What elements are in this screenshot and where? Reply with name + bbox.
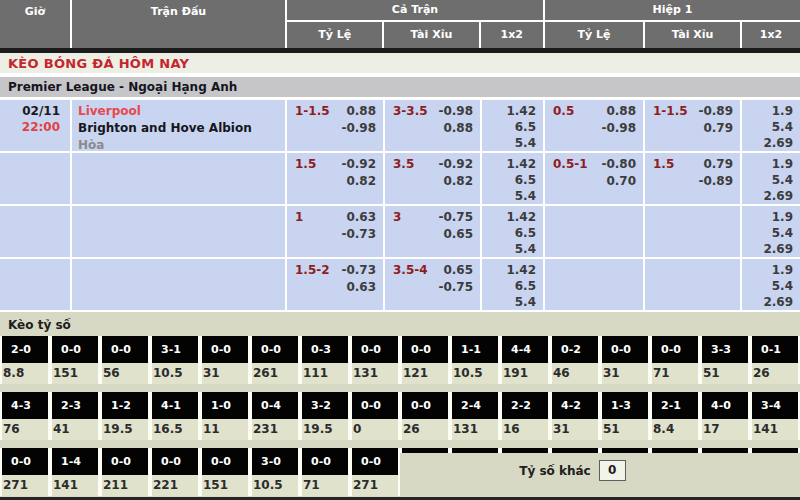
- other-score-value[interactable]: 0: [599, 460, 626, 481]
- score-cell[interactable]: 0-3 111: [300, 336, 350, 384]
- h1-1x2-odd-3[interactable]: 2.69: [742, 241, 793, 257]
- h1-overunder-odd-bottom[interactable]: -0.89: [698, 173, 733, 190]
- ft-overunder-odd-top[interactable]: -0.92: [438, 156, 473, 173]
- ft-handicap-odd-top[interactable]: 0.88: [346, 103, 376, 120]
- score-cell[interactable]: 0-0 151: [50, 336, 100, 384]
- ft-overunder-odd-top[interactable]: 0.65: [443, 262, 473, 279]
- score-cell[interactable]: 0-0 0: [350, 392, 400, 440]
- score-cell[interactable]: 2-2 16: [500, 392, 550, 440]
- ft-overunder-line: 3-3.5: [393, 103, 428, 120]
- score-cell[interactable]: 3-3 51: [700, 336, 750, 384]
- score-cell[interactable]: 0-0 131: [350, 336, 400, 384]
- score-cell[interactable]: 3-4 141: [750, 392, 800, 440]
- score-cell[interactable]: 1-3 51: [600, 392, 650, 440]
- ft-1x2-odd-3[interactable]: 5.4: [482, 135, 536, 151]
- ft-1x2-odd-3[interactable]: 5.4: [482, 241, 536, 257]
- ft-1x2-odd-3[interactable]: 5.4: [482, 188, 536, 204]
- h1-1x2-odd-2[interactable]: 5.4: [742, 119, 793, 135]
- score-cell[interactable]: 0-0 31: [600, 336, 650, 384]
- ft-1x2-odd-1[interactable]: 1.42: [482, 209, 536, 225]
- score-cell[interactable]: 0-0 221: [150, 448, 200, 496]
- score-cell[interactable]: 2-3 41: [50, 392, 100, 440]
- ft-1x2-odd-1[interactable]: 1.42: [482, 262, 536, 278]
- h1-overunder-odd-bottom[interactable]: 0.79: [703, 120, 733, 137]
- h1-1x2-odd-2[interactable]: 5.4: [742, 225, 793, 241]
- score-cell[interactable]: 1-0 11: [200, 392, 250, 440]
- score-cell[interactable]: 0-0 271: [0, 448, 50, 496]
- ft-1x2-odd-2[interactable]: 6.5: [482, 278, 536, 294]
- score-cell[interactable]: 4-0 17: [700, 392, 750, 440]
- ft-1x2-odd-2[interactable]: 6.5: [482, 225, 536, 241]
- ft-1x2-odd-1[interactable]: 1.42: [482, 103, 536, 119]
- score-cell[interactable]: 1-2 19.5: [100, 392, 150, 440]
- ft-overunder-odd-bottom[interactable]: 0.65: [443, 226, 473, 243]
- ft-overunder-odd-bottom[interactable]: 0.88: [443, 120, 473, 137]
- score-cell[interactable]: 0-0 71: [300, 448, 350, 496]
- ft-handicap-odd-top[interactable]: 0.63: [346, 209, 376, 226]
- score-cell[interactable]: 2-0 8.8: [0, 336, 50, 384]
- score-cell[interactable]: 0-0 31: [200, 336, 250, 384]
- score-cell[interactable]: 0-0 121: [400, 336, 450, 384]
- h1-1x2-odd-2[interactable]: 5.4: [742, 172, 793, 188]
- h1-overunder-odd-top[interactable]: -0.89: [698, 103, 733, 120]
- score-box: 0-0: [352, 448, 398, 475]
- score-cell[interactable]: 2-1 8.4: [650, 392, 700, 440]
- h1-1x2-odd-1[interactable]: 1.9: [742, 156, 793, 172]
- page-title: KÈO BÓNG ĐÁ HÔM NAY: [0, 53, 800, 73]
- ft-overunder-odd-top[interactable]: -0.75: [438, 209, 473, 226]
- score-cell[interactable]: 0-0 26: [400, 392, 450, 440]
- h1-handicap-odd-top[interactable]: 0.88: [606, 103, 636, 120]
- score-cell[interactable]: 0-0 151: [200, 448, 250, 496]
- h1-1x2-odd-3[interactable]: 2.69: [742, 135, 793, 151]
- ft-1x2-odd-3[interactable]: 5.4: [482, 294, 536, 310]
- score-cell[interactable]: 0-4 231: [250, 392, 300, 440]
- h1-1x2-odd-2[interactable]: 5.4: [742, 278, 793, 294]
- cell-time: [0, 206, 72, 257]
- h1-handicap-odd-bottom[interactable]: -0.98: [601, 120, 636, 137]
- cell-h1-handicap: 0.5 0.88 -0.98: [545, 100, 645, 151]
- score-cell[interactable]: 0-1 26: [750, 336, 800, 384]
- score-cell[interactable]: 4-3 76: [0, 392, 50, 440]
- ft-handicap-odd-top[interactable]: -0.92: [341, 156, 376, 173]
- h1-1x2-odd-3[interactable]: 2.69: [742, 294, 793, 310]
- score-cell[interactable]: 3-2 19.5: [300, 392, 350, 440]
- h1-1x2-odd-1[interactable]: 1.9: [742, 209, 793, 225]
- ft-handicap-odd-bottom[interactable]: -0.73: [341, 226, 376, 243]
- h1-overunder-odd-top[interactable]: 0.79: [703, 156, 733, 173]
- score-cell[interactable]: 4-4 191: [500, 336, 550, 384]
- h1-1x2-odd-3[interactable]: 2.69: [742, 188, 793, 204]
- score-cell[interactable]: 0-0 71: [650, 336, 700, 384]
- ft-handicap-odd-bottom[interactable]: 0.63: [346, 279, 376, 296]
- ft-handicap-odd-bottom[interactable]: 0.82: [346, 173, 376, 190]
- ft-overunder-odd-bottom[interactable]: -0.75: [438, 279, 473, 296]
- score-cell[interactable]: 4-2 31: [550, 392, 600, 440]
- ft-overunder-odd-bottom[interactable]: 0.82: [443, 173, 473, 190]
- score-box: 4-4: [502, 336, 548, 363]
- ft-overunder-odd-top[interactable]: -0.98: [438, 103, 473, 120]
- cell-ft-handicap: 1 0.63 -0.73: [287, 206, 385, 257]
- score-cell[interactable]: 0-0 56: [100, 336, 150, 384]
- score-cell[interactable]: 3-0 10.5: [250, 448, 300, 496]
- home-team[interactable]: Liverpool: [78, 103, 285, 120]
- score-cell[interactable]: 1-4 141: [50, 448, 100, 496]
- score-cell[interactable]: 0-0 271: [350, 448, 400, 496]
- ft-1x2-odd-1[interactable]: 1.42: [482, 156, 536, 172]
- score-cell[interactable]: 0-0 261: [250, 336, 300, 384]
- h1-1x2-odd-1[interactable]: 1.9: [742, 103, 793, 119]
- score-cell[interactable]: 1-1 10.5: [450, 336, 500, 384]
- h1-handicap-odd-bottom[interactable]: 0.70: [606, 173, 636, 190]
- score-cell[interactable]: 0-0 211: [100, 448, 150, 496]
- score-cell[interactable]: 2-4 131: [450, 392, 500, 440]
- ft-1x2-odd-2[interactable]: 6.5: [482, 172, 536, 188]
- ft-1x2-odd-2[interactable]: 6.5: [482, 119, 536, 135]
- ft-handicap-odd-top[interactable]: -0.73: [341, 262, 376, 279]
- h1-handicap-odd-top[interactable]: -0.80: [601, 156, 636, 173]
- header-col-time: Giờ: [0, 0, 72, 48]
- ft-handicap-odd-bottom[interactable]: -0.98: [341, 120, 376, 137]
- h1-1x2-odd-1[interactable]: 1.9: [742, 262, 793, 278]
- score-cell[interactable]: 0-2 46: [550, 336, 600, 384]
- score-box: 1-3: [602, 392, 648, 419]
- match-date: 02/11: [0, 103, 60, 119]
- score-cell[interactable]: 4-1 16.5: [150, 392, 200, 440]
- score-cell[interactable]: 3-1 10.5: [150, 336, 200, 384]
